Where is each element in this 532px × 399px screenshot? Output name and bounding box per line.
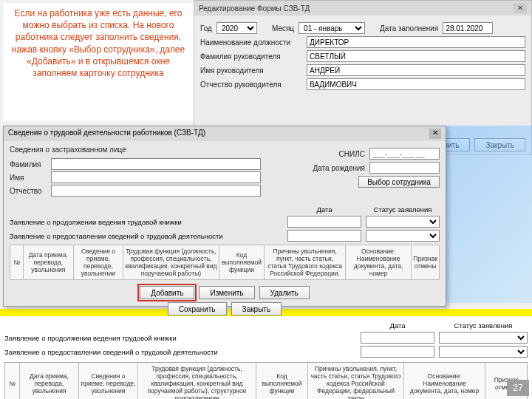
declaration1-label: Заявление о продолжении ведения трудовой…: [10, 218, 283, 226]
date-header: Дата: [361, 321, 434, 330]
name-label: Имя: [10, 174, 47, 182]
delete-button[interactable]: Удалить: [259, 286, 310, 299]
th-event: Сведения о приеме, переводе, увольнении: [74, 245, 124, 279]
fill-date-input[interactable]: [443, 22, 493, 34]
decl1-status-select[interactable]: [439, 332, 528, 344]
surname-label: Фамилия руководителя: [200, 52, 302, 61]
add-button[interactable]: Добавить: [140, 286, 194, 299]
surname-label: Фамилия: [10, 160, 47, 168]
table-header-row: № Дата приема, перевода, увольнения Свед…: [10, 245, 440, 280]
month-label: Месяц: [272, 24, 294, 33]
declaration2-label: Заявление о предоставлении сведений о тр…: [10, 232, 283, 240]
surname-input[interactable]: [307, 50, 525, 62]
window-title: Редактирование Формы СЗВ-ТД: [199, 4, 310, 13]
instruction-text: Если на работника уже есть данные, его м…: [9, 7, 188, 79]
instruction-note: Если на работника уже есть данные, его м…: [3, 3, 194, 121]
status-header: Статус заявления: [439, 321, 528, 330]
th-cancel: Признак отмены: [412, 245, 439, 279]
patronymic-label: Отчество руководителя: [200, 81, 302, 89]
bottom-table-header: № Дата приема, перевода, увольнения Свед…: [4, 362, 528, 399]
th-code: Код выполняемой функции: [219, 245, 265, 279]
name-label: Имя руководителя: [200, 66, 302, 75]
declaration2-label: Заявление о предоставлении сведений о тр…: [4, 348, 356, 356]
close-icon[interactable]: ✕: [429, 129, 441, 139]
decl2-status-select[interactable]: [439, 346, 528, 358]
position-input[interactable]: [307, 36, 525, 48]
surname-input[interactable]: [51, 158, 261, 170]
birth-input[interactable]: [369, 162, 440, 174]
decl2-date-input[interactable]: [361, 346, 434, 358]
snils-label: СНИЛС: [307, 150, 365, 158]
name-input[interactable]: [307, 64, 525, 76]
name-input[interactable]: [51, 171, 261, 183]
close-icon[interactable]: ✕: [514, 3, 527, 13]
choose-employee-button[interactable]: Выбор сотрудника: [358, 176, 440, 188]
dialog-title: Сведения о трудовой деятельности работни…: [8, 129, 205, 139]
patronymic-input[interactable]: [307, 78, 525, 90]
patronymic-label: Отчество: [10, 187, 47, 195]
decl1-status-select[interactable]: [366, 216, 440, 228]
decl1-date-input[interactable]: [361, 332, 434, 344]
th-function: Трудовая функция (должность, профессия, …: [123, 245, 219, 279]
date-header: Дата: [287, 205, 361, 214]
decl2-date-input[interactable]: [287, 230, 361, 242]
th-basis: Основание: Наименование документа, дата,…: [346, 245, 412, 279]
th-number: №: [10, 245, 24, 279]
year-select[interactable]: 2020: [216, 22, 257, 34]
snils-input[interactable]: [369, 148, 440, 160]
fill-date-label: Дата заполнения: [380, 24, 438, 33]
decl2-status-select[interactable]: [366, 230, 440, 242]
th-date: Дата приема, перевода, увольнения: [24, 245, 74, 279]
page-number: 27: [507, 380, 529, 396]
decl1-date-input[interactable]: [287, 216, 361, 228]
window-titlebar: Редактирование Формы СЗВ-ТД ✕: [194, 1, 531, 16]
dialog-titlebar: Сведения о трудовой деятельности работни…: [4, 126, 446, 141]
szv-td-dialog: Сведения о трудовой деятельности работни…: [3, 126, 446, 307]
declaration1-label: Заявление о продолжении ведения трудовой…: [4, 334, 356, 342]
position-label: Наименование должности: [200, 38, 302, 47]
edit-button[interactable]: Изменить: [199, 286, 254, 299]
year-label: Год: [200, 24, 212, 33]
status-header: Статус заявления: [366, 205, 440, 214]
birth-label: Дата рождения: [307, 164, 365, 172]
close-button[interactable]: Закрыть: [231, 302, 282, 316]
save-button[interactable]: Сохранить: [168, 302, 227, 316]
patronymic-input[interactable]: [51, 185, 261, 197]
bottom-panel: Дата Статус заявления Заявление о продол…: [0, 316, 532, 399]
th-reason: Причины увольнения, пункт, часть статьи,…: [265, 245, 345, 279]
month-select[interactable]: 01 - январь: [299, 22, 365, 34]
